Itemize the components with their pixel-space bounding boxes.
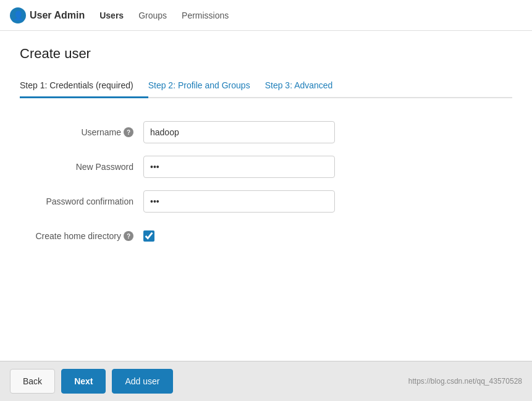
home-directory-checkbox[interactable] xyxy=(143,230,154,242)
main-content: Create user Step 1: Credentials (require… xyxy=(0,31,532,377)
username-label: Username ? xyxy=(20,127,143,137)
footer-bar: Back Next Add user https://blog.csdn.net… xyxy=(0,361,532,377)
new-password-input[interactable] xyxy=(143,156,335,178)
tab-step3[interactable]: Step 3: Advanced xyxy=(265,74,348,98)
back-button[interactable]: Back xyxy=(10,369,55,377)
top-nav-bar: 👤 User Admin Users Groups Permissions xyxy=(0,0,532,31)
nav-users[interactable]: Users xyxy=(99,8,124,23)
username-input[interactable] xyxy=(143,121,335,143)
home-directory-checkbox-wrapper xyxy=(143,230,154,242)
next-button[interactable]: Next xyxy=(61,369,106,377)
password-confirm-row: Password confirmation xyxy=(20,190,512,213)
add-user-button[interactable]: Add user xyxy=(112,369,172,377)
steps-tabs: Step 1: Credentials (required) Step 2: P… xyxy=(20,74,512,98)
password-confirm-label: Password confirmation xyxy=(20,196,143,206)
nav-permissions[interactable]: Permissions xyxy=(182,8,229,23)
home-directory-row: Create home directory ? xyxy=(20,224,512,248)
username-row: Username ? xyxy=(20,120,512,144)
brand-label: User Admin xyxy=(30,10,85,21)
nav-groups[interactable]: Groups xyxy=(138,8,167,23)
tab-step2[interactable]: Step 2: Profile and Groups xyxy=(148,74,265,98)
home-directory-label: Create home directory ? xyxy=(20,231,143,241)
password-confirm-input[interactable] xyxy=(143,190,335,213)
brand: 👤 User Admin xyxy=(10,7,85,23)
tab-step1[interactable]: Step 1: Credentials (required) xyxy=(20,74,148,98)
new-password-label: New Password xyxy=(20,162,143,172)
new-password-row: New Password xyxy=(20,155,512,179)
page-title: Create user xyxy=(20,46,512,62)
username-help-icon[interactable]: ? xyxy=(124,127,133,137)
home-directory-help-icon[interactable]: ? xyxy=(124,231,133,241)
create-user-form: Username ? New Password Password confirm… xyxy=(20,116,512,264)
brand-icon: 👤 xyxy=(10,7,26,23)
